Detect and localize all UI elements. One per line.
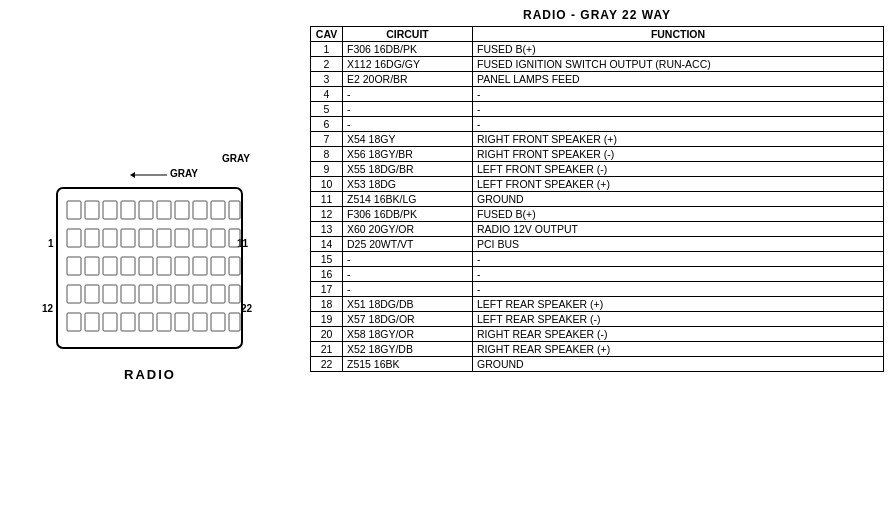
cell-cav: 6: [311, 117, 343, 132]
cell-circuit: X51 18DG/DB: [343, 297, 473, 312]
svg-rect-21: [193, 229, 207, 247]
svg-rect-53: [229, 313, 240, 331]
cell-circuit: X54 18GY: [343, 132, 473, 147]
svg-rect-48: [139, 313, 153, 331]
cell-function: -: [473, 102, 884, 117]
svg-rect-39: [157, 285, 171, 303]
cell-cav: 8: [311, 147, 343, 162]
cell-cav: 4: [311, 87, 343, 102]
svg-rect-7: [121, 201, 135, 219]
cell-function: RADIO 12V OUTPUT: [473, 222, 884, 237]
svg-rect-30: [175, 257, 189, 275]
svg-rect-42: [211, 285, 225, 303]
cell-circuit: -: [343, 282, 473, 297]
table-row: 4--: [311, 87, 884, 102]
cell-cav: 22: [311, 357, 343, 372]
cell-circuit: -: [343, 117, 473, 132]
svg-rect-19: [157, 229, 171, 247]
svg-rect-32: [211, 257, 225, 275]
table-row: 8X56 18GY/BRRIGHT FRONT SPEAKER (-): [311, 147, 884, 162]
svg-rect-20: [175, 229, 189, 247]
cell-circuit: Z515 16BK: [343, 357, 473, 372]
connector-svg: [52, 183, 252, 358]
cell-function: LEFT FRONT SPEAKER (-): [473, 162, 884, 177]
svg-rect-18: [139, 229, 153, 247]
table-row: 12F306 16DB/PKFUSED B(+): [311, 207, 884, 222]
cell-cav: 16: [311, 267, 343, 282]
table-row: 15--: [311, 252, 884, 267]
col-header-function: FUNCTION: [473, 27, 884, 42]
svg-rect-16: [103, 229, 117, 247]
cell-cav: 19: [311, 312, 343, 327]
cell-function: GROUND: [473, 192, 884, 207]
table-row: 11Z514 16BK/LGGROUND: [311, 192, 884, 207]
cell-function: FUSED IGNITION SWITCH OUTPUT (RUN-ACC): [473, 57, 884, 72]
svg-rect-50: [175, 313, 189, 331]
svg-rect-13: [229, 201, 240, 219]
svg-rect-44: [67, 313, 81, 331]
svg-rect-15: [85, 229, 99, 247]
table-row: 17--: [311, 282, 884, 297]
svg-rect-41: [193, 285, 207, 303]
cell-circuit: F306 16DB/PK: [343, 42, 473, 57]
table-row: 10X53 18DGLEFT FRONT SPEAKER (+): [311, 177, 884, 192]
svg-rect-9: [157, 201, 171, 219]
svg-rect-51: [193, 313, 207, 331]
table-row: 14D25 20WT/VTPCI BUS: [311, 237, 884, 252]
cell-circuit: Z514 16BK/LG: [343, 192, 473, 207]
cell-circuit: X53 18DG: [343, 177, 473, 192]
cell-function: LEFT FRONT SPEAKER (+): [473, 177, 884, 192]
svg-rect-47: [121, 313, 135, 331]
cell-circuit: X52 18GY/DB: [343, 342, 473, 357]
svg-rect-26: [103, 257, 117, 275]
svg-rect-22: [211, 229, 225, 247]
cell-cav: 10: [311, 177, 343, 192]
cell-function: RIGHT REAR SPEAKER (-): [473, 327, 884, 342]
svg-rect-4: [67, 201, 81, 219]
table-row: 13X60 20GY/ORRADIO 12V OUTPUT: [311, 222, 884, 237]
cell-function: PCI BUS: [473, 237, 884, 252]
cell-circuit: -: [343, 267, 473, 282]
svg-rect-35: [85, 285, 99, 303]
svg-rect-6: [103, 201, 117, 219]
svg-rect-14: [67, 229, 81, 247]
cell-circuit: F306 16DB/PK: [343, 207, 473, 222]
cell-circuit: X60 20GY/OR: [343, 222, 473, 237]
col-header-circuit: CIRCUIT: [343, 27, 473, 42]
svg-rect-31: [193, 257, 207, 275]
table-row: 20X58 18GY/ORRIGHT REAR SPEAKER (-): [311, 327, 884, 342]
table-row: 9X55 18DG/BRLEFT FRONT SPEAKER (-): [311, 162, 884, 177]
svg-rect-11: [193, 201, 207, 219]
table-row: 7X54 18GYRIGHT FRONT SPEAKER (+): [311, 132, 884, 147]
svg-marker-2: [130, 172, 135, 178]
table-row: 6--: [311, 117, 884, 132]
table-row: 21X52 18GY/DBRIGHT REAR SPEAKER (+): [311, 342, 884, 357]
cell-function: FUSED B(+): [473, 207, 884, 222]
table-row: 1F306 16DB/PKFUSED B(+): [311, 42, 884, 57]
cell-cav: 5: [311, 102, 343, 117]
svg-rect-29: [157, 257, 171, 275]
cell-function: FUSED B(+): [473, 42, 884, 57]
cell-cav: 11: [311, 192, 343, 207]
svg-rect-33: [229, 257, 240, 275]
table-row: 3E2 20OR/BRPANEL LAMPS FEED: [311, 72, 884, 87]
cell-circuit: X58 18GY/OR: [343, 327, 473, 342]
svg-rect-46: [103, 313, 117, 331]
svg-rect-43: [229, 285, 240, 303]
table-row: 2X112 16DG/GYFUSED IGNITION SWITCH OUTPU…: [311, 57, 884, 72]
wiring-table: CAV CIRCUIT FUNCTION 1F306 16DB/PKFUSED …: [310, 26, 884, 372]
connector-diagram: GRAY GRAY 1 12 11 22: [30, 163, 270, 382]
cell-function: RIGHT FRONT SPEAKER (-): [473, 147, 884, 162]
gray-arrow: GRAY: [30, 163, 270, 183]
cell-circuit: D25 20WT/VT: [343, 237, 473, 252]
cell-cav: 20: [311, 327, 343, 342]
cell-circuit: X55 18DG/BR: [343, 162, 473, 177]
svg-rect-28: [139, 257, 153, 275]
left-panel: GRAY GRAY 1 12 11 22: [0, 0, 300, 525]
cell-circuit: X56 18GY/BR: [343, 147, 473, 162]
cell-function: LEFT REAR SPEAKER (+): [473, 297, 884, 312]
svg-rect-17: [121, 229, 135, 247]
cell-function: -: [473, 117, 884, 132]
cell-cav: 17: [311, 282, 343, 297]
cell-circuit: X57 18DG/OR: [343, 312, 473, 327]
